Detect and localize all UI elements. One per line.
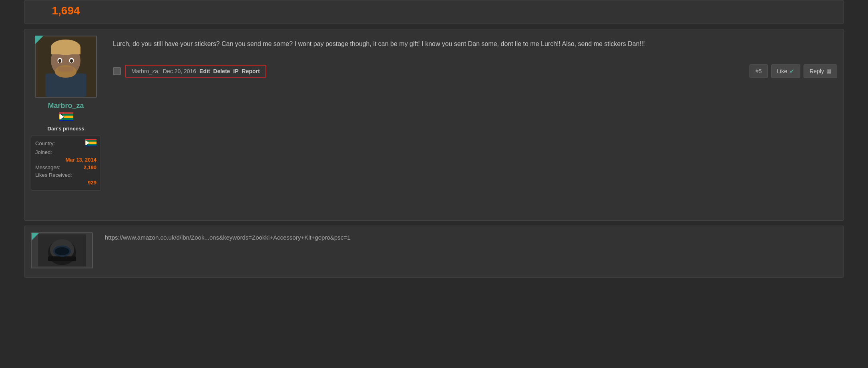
- svg-rect-31: [48, 256, 76, 261]
- user-stats: Country:: [31, 136, 101, 191]
- delete-button[interactable]: Delete: [213, 68, 230, 74]
- svg-point-8: [58, 59, 62, 63]
- svg-point-9: [70, 59, 73, 63]
- svg-rect-18: [59, 120, 73, 121]
- reply-label: Reply: [810, 68, 824, 74]
- check-icon: ✔: [790, 68, 794, 74]
- bottom-post-link[interactable]: https://www.amazon.co.uk/d/ibn/Zook...on…: [105, 232, 350, 241]
- joined-row: Joined:: [35, 149, 96, 155]
- country-flag-small: [85, 139, 96, 148]
- ip-button[interactable]: IP: [233, 68, 239, 74]
- country-row: Country:: [35, 139, 96, 148]
- bottom-avatar-image: [32, 233, 92, 268]
- main-post-card: Marbro_za Dan's princess Country:: [24, 29, 844, 221]
- corner-flag: [35, 36, 44, 44]
- post-meta-box: Marbro_za, Dec 20, 2016 Edit Delete IP R…: [125, 65, 266, 78]
- post-number-badge: #5: [749, 64, 768, 78]
- messages-label: Messages:: [35, 164, 60, 170]
- username: Marbro_za: [48, 102, 84, 110]
- svg-rect-26: [85, 146, 96, 147]
- post-actions-right: #5 Like ✔ Reply ▦: [749, 64, 837, 78]
- joined-value-row: Mar 13, 2014: [35, 157, 96, 163]
- likes-received-value: 929: [88, 180, 96, 186]
- likes-received-label: Likes Received:: [35, 172, 72, 178]
- meta-username: Marbro_za,: [131, 68, 160, 74]
- svg-rect-25: [85, 139, 96, 140]
- joined-label: Joined:: [35, 149, 52, 155]
- post-select-checkbox[interactable]: [113, 67, 121, 75]
- country-label: Country:: [35, 140, 55, 146]
- country-flag: [59, 112, 73, 123]
- avatar-image: [36, 36, 96, 97]
- top-user-sidebar: 1,694: [31, 4, 101, 17]
- bottom-corner-flag: [32, 233, 39, 240]
- edit-button[interactable]: Edit: [199, 68, 210, 74]
- post-footer: Marbro_za, Dec 20, 2016 Edit Delete IP R…: [113, 64, 837, 78]
- messages-value: 2,190: [83, 164, 96, 170]
- joined-value: Mar 13, 2014: [66, 157, 96, 163]
- post-text: Lurch, do you still have your stickers? …: [113, 36, 837, 52]
- avatar-wrapper: [35, 36, 97, 98]
- avatar: [35, 36, 97, 98]
- top-likes-value: 1,694: [52, 4, 80, 17]
- report-button[interactable]: Report: [242, 68, 260, 74]
- messages-row: Messages: 2,190: [35, 164, 96, 170]
- likes-received-value-row: 929: [35, 180, 96, 186]
- meta-date: Dec 20, 2016: [163, 68, 196, 74]
- user-sidebar: Marbro_za Dan's princess Country:: [31, 36, 101, 191]
- svg-rect-5: [51, 47, 80, 54]
- reply-icon: ▦: [826, 68, 831, 74]
- bottom-avatar: [31, 232, 93, 268]
- likes-received-row: Likes Received:: [35, 172, 96, 178]
- svg-rect-17: [59, 112, 73, 114]
- svg-rect-11: [58, 67, 73, 72]
- bottom-post-card: https://www.amazon.co.uk/d/ibn/Zook...on…: [24, 226, 844, 278]
- top-post-card: 1,694: [24, 0, 844, 24]
- reply-button[interactable]: Reply ▦: [804, 64, 837, 78]
- post-meta-left: Marbro_za, Dec 20, 2016 Edit Delete IP R…: [113, 65, 266, 78]
- svg-point-33: [55, 247, 69, 255]
- post-content: Lurch, do you still have your stickers? …: [113, 36, 837, 78]
- like-button[interactable]: Like ✔: [771, 64, 801, 78]
- like-label: Like: [777, 68, 788, 74]
- page-wrapper: 1,694: [0, 0, 868, 368]
- user-title: Dan's princess: [48, 126, 84, 132]
